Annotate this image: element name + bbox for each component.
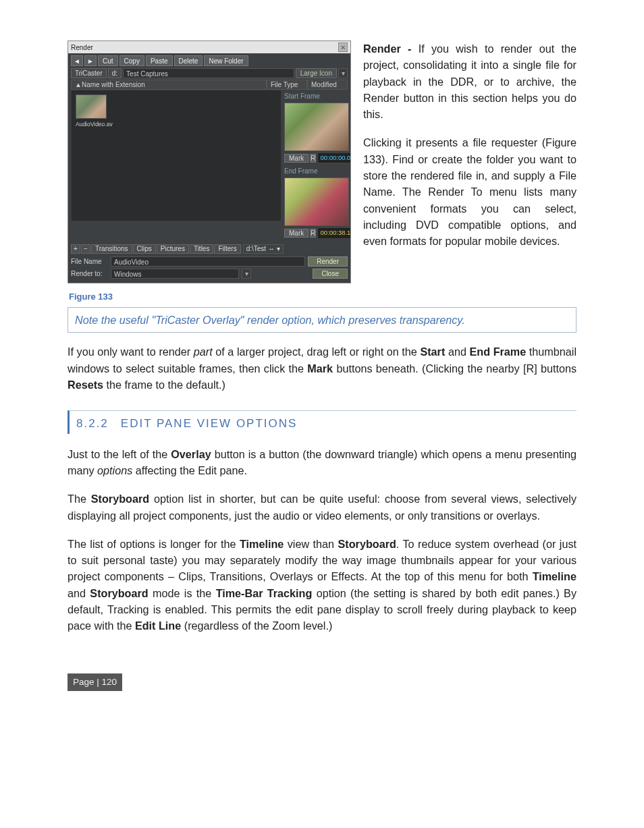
new-folder-button[interactable]: New Folder (204, 55, 248, 66)
view-mode-chevron-icon[interactable]: ▾ (338, 68, 348, 78)
nav-forward-button[interactable]: ► (84, 55, 97, 66)
tab-filters[interactable]: Filters (214, 244, 240, 254)
note-box: Note the useful "TriCaster Overlay" rend… (68, 307, 576, 333)
path-seg-drive[interactable]: d: (108, 68, 122, 78)
start-reset-button[interactable]: R (310, 154, 316, 163)
window-title: Render (71, 43, 93, 53)
start-mark-button[interactable]: Mark (284, 154, 308, 163)
col-type[interactable]: File Type (267, 80, 307, 90)
file-thumbnail (76, 94, 107, 119)
end-mark-button[interactable]: Mark (284, 229, 308, 238)
titlebar: Render ✕ (68, 41, 350, 53)
start-frame-thumbnail[interactable] (284, 103, 349, 151)
para-timeline: The list of options is longer for the Ti… (68, 536, 576, 634)
paste-button[interactable]: Paste (146, 55, 173, 66)
para-storyboard: The Storyboard option list in shorter, b… (68, 491, 576, 524)
remove-button[interactable]: − (81, 244, 90, 254)
intro-text: Render - If you wish to render out the p… (363, 40, 576, 283)
nav-back-button[interactable]: ◄ (71, 55, 83, 66)
col-modified[interactable]: Modified (307, 80, 348, 90)
start-timecode: 00:00:00.00 (317, 153, 351, 163)
file-label: AudioVideo.av (76, 120, 107, 129)
section-title: EDIT PANE VIEW OPTIONS (121, 417, 298, 430)
copy-button[interactable]: Copy (119, 55, 144, 66)
file-name-input[interactable]: AudioVideo (111, 256, 305, 267)
col-name[interactable]: ▲ Name with Extension (71, 80, 267, 90)
figure-caption: Figure 133 (69, 290, 576, 304)
render-to-chevron-icon[interactable]: ▾ (242, 269, 251, 279)
start-frame-label: Start Frame (284, 91, 348, 101)
render-button[interactable]: Render (308, 256, 348, 267)
cut-button[interactable]: Cut (98, 55, 118, 66)
close-icon[interactable]: ✕ (338, 43, 348, 52)
file-name-label: File Name (71, 256, 108, 267)
render-dialog: Render ✕ ◄ ► Cut Copy Paste Delete New F… (68, 40, 351, 283)
view-mode-dropdown[interactable]: Large Icon (296, 68, 337, 78)
path-seg-tricaster[interactable]: TriCaster (71, 68, 107, 78)
render-to-label: Render to: (71, 269, 108, 279)
tab-pictures[interactable]: Pictures (157, 244, 189, 254)
end-timecode: 00:00:38.17 (317, 227, 351, 238)
render-to-dropdown[interactable]: Windows (111, 269, 239, 279)
page-footer: Page | 120 (68, 673, 122, 691)
tab-transitions[interactable]: Transitions (91, 244, 132, 254)
para-overlay: Just to the left of the Overlay button i… (68, 446, 576, 479)
delete-button[interactable]: Delete (174, 55, 203, 66)
section-heading: 8.2.2EDIT PANE VIEW OPTIONS (68, 410, 576, 434)
section-number: 8.2.2 (76, 417, 109, 430)
tab-clips[interactable]: Clips (133, 244, 156, 254)
end-frame-label: End Frame (284, 166, 348, 176)
tab-titles[interactable]: Titles (190, 244, 214, 254)
intro-heading: Render - (363, 43, 419, 55)
tab-path[interactable]: d:\Test ↔ ▾ (243, 244, 284, 254)
file-list[interactable]: AudioVideo.av (71, 90, 281, 221)
end-reset-button[interactable]: R (310, 229, 316, 238)
end-frame-thumbnail[interactable] (284, 177, 349, 226)
add-button[interactable]: + (71, 244, 80, 254)
path-input[interactable]: Test Captures (123, 68, 294, 78)
para-partial: If you only want to render part of a lar… (68, 343, 576, 393)
close-button[interactable]: Close (313, 269, 348, 279)
file-item[interactable]: AudioVideo.av (76, 94, 107, 129)
